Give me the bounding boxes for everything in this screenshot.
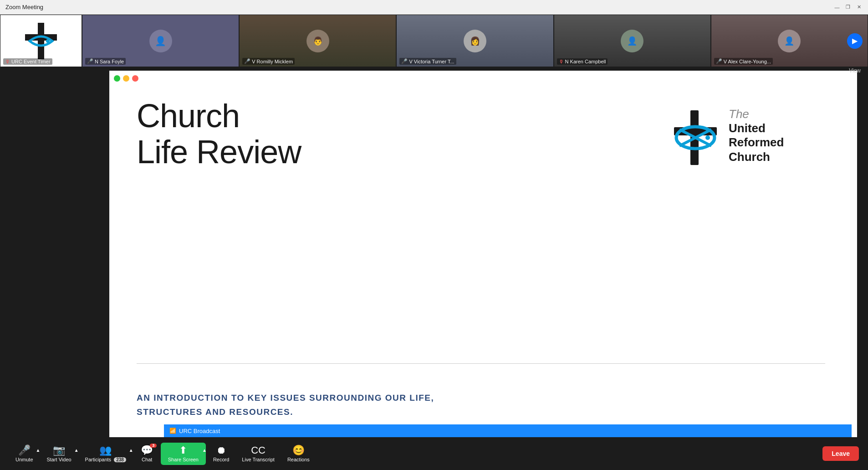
live-transcript-button[interactable]: CC Live Transcript bbox=[235, 443, 281, 465]
view-label[interactable]: View bbox=[849, 67, 861, 74]
reactions-label: Reactions bbox=[287, 457, 310, 462]
view-button[interactable]: ▶ bbox=[847, 33, 863, 49]
broadcast-label: URC Broadcast bbox=[179, 428, 220, 434]
participant-name-3: 🎙 N Karen Campbell bbox=[557, 58, 608, 65]
record-button[interactable]: ⏺ Record bbox=[207, 443, 235, 465]
slide-logo: The United Reformed Church bbox=[670, 107, 825, 164]
svg-point-6 bbox=[705, 135, 710, 140]
live-transcript-icon: CC bbox=[251, 445, 266, 455]
chrome-red-button[interactable] bbox=[132, 75, 138, 82]
slide-title-block: Church Life Review bbox=[137, 98, 670, 170]
participant-name-urc-logo: 🎙 URC Event Timer bbox=[3, 58, 52, 65]
slide-title: Church Life Review bbox=[137, 98, 670, 170]
start-video-label: Start Video bbox=[46, 457, 71, 462]
record-label: Record bbox=[213, 457, 229, 462]
video-icon: 📷 bbox=[53, 445, 65, 455]
chat-icon: 💬 3 bbox=[141, 445, 153, 455]
mic-icon-0: 🎤 bbox=[87, 58, 93, 64]
chrome-yellow-button[interactable] bbox=[123, 75, 129, 82]
share-screen-label: Share Screen bbox=[168, 457, 199, 462]
participant-tile-4: 👤 🎤 V Alex Clare-Young... bbox=[711, 15, 868, 67]
broadcast-bar: 📶 URC Broadcast bbox=[164, 424, 852, 437]
share-screen-icon: ⬆ bbox=[179, 445, 187, 455]
main-area: Church Life Review bbox=[0, 67, 868, 437]
left-sidebar bbox=[0, 67, 55, 437]
restore-button[interactable]: ❐ bbox=[844, 4, 852, 11]
title-bar: Zoom Meeting — ❐ ✕ bbox=[0, 0, 868, 15]
mic-icon-2: 🎤 bbox=[401, 58, 408, 64]
reactions-button[interactable]: 😊 Reactions bbox=[281, 443, 316, 465]
participant-tile-1: 👨 🎤 V Romilly Micklem bbox=[239, 15, 396, 67]
chat-label: Chat bbox=[142, 457, 152, 462]
share-caret[interactable]: ▲ bbox=[202, 448, 207, 453]
participant-tile-0: 👤 🎤 N Sara Foyle bbox=[82, 15, 239, 67]
share-screen-button[interactable]: ⬆ Share Screen bbox=[161, 443, 206, 465]
svg-rect-0 bbox=[38, 23, 44, 59]
right-margin bbox=[863, 67, 868, 437]
participant-tile-urc-logo: 🎙 URC Event Timer bbox=[0, 15, 82, 67]
slide-container: Church Life Review bbox=[109, 71, 857, 437]
participants-icon: 👥 bbox=[99, 445, 112, 455]
logo-text-block: The United Reformed Church bbox=[729, 107, 784, 164]
participant-tile-3: 👤 🎙 N Karen Campbell bbox=[554, 15, 711, 67]
chat-badge: 3 bbox=[150, 444, 157, 448]
toolbar: 🎤 Unmute ▲ 📷 Start Video ▲ 👥 Participant… bbox=[0, 437, 868, 470]
urc-cross-icon bbox=[670, 108, 720, 163]
leave-button[interactable]: Leave bbox=[822, 446, 859, 461]
participant-name-2: 🎤 V Victoria Turner T... bbox=[399, 58, 456, 65]
close-button[interactable]: ✕ bbox=[855, 4, 863, 11]
participant-name-4: 🎤 V Alex Clare-Young... bbox=[714, 58, 773, 65]
participants-button[interactable]: 👥 Participants 238 bbox=[79, 443, 133, 465]
slide-content: Church Life Review bbox=[109, 71, 857, 437]
svg-point-2 bbox=[46, 39, 50, 43]
reactions-icon: 😊 bbox=[292, 445, 305, 455]
participant-tile-2: 👩 🎤 V Victoria Turner T... bbox=[396, 15, 553, 67]
mic-muted-icon: 🎙 bbox=[5, 59, 10, 64]
mic-icon-3: 🎙 bbox=[559, 59, 564, 64]
participant-name-0: 🎤 N Sara Foyle bbox=[85, 58, 126, 65]
start-video-button[interactable]: 📷 Start Video bbox=[40, 443, 77, 465]
minimize-button[interactable]: — bbox=[833, 4, 841, 11]
mic-icon-1: 🎤 bbox=[244, 58, 250, 64]
slide-main: Church Life Review bbox=[137, 98, 825, 363]
unmute-icon: 🎤 bbox=[18, 445, 31, 455]
window-controls[interactable]: — ❐ ✕ bbox=[833, 4, 863, 11]
participant-name-1: 🎤 V Romilly Micklem bbox=[242, 58, 295, 65]
slide-chrome bbox=[114, 75, 138, 82]
chrome-green-button[interactable] bbox=[114, 75, 120, 82]
unmute-button[interactable]: 🎤 Unmute bbox=[9, 443, 40, 465]
record-icon: ⏺ bbox=[216, 445, 226, 455]
unmute-caret[interactable]: ▲ bbox=[36, 448, 41, 453]
participants-label: Participants 238 bbox=[85, 457, 126, 462]
window-title: Zoom Meeting bbox=[5, 4, 43, 10]
participant-strip: 🎙 URC Event Timer 👤 🎤 N Sara Foyle 👨 🎤 V… bbox=[0, 15, 868, 67]
participants-count-badge: 238 bbox=[114, 457, 126, 462]
live-transcript-label: Live Transcript bbox=[242, 457, 275, 462]
mic-icon-4: 🎤 bbox=[716, 58, 722, 64]
participants-caret[interactable]: ▲ bbox=[129, 448, 133, 453]
chat-button[interactable]: 💬 3 Chat bbox=[133, 443, 161, 465]
slide-subtitle: AN INTRODUCTION TO KEY ISSUES SURROUNDIN… bbox=[137, 363, 825, 419]
video-caret[interactable]: ▲ bbox=[74, 448, 79, 453]
unmute-label: Unmute bbox=[15, 457, 33, 462]
